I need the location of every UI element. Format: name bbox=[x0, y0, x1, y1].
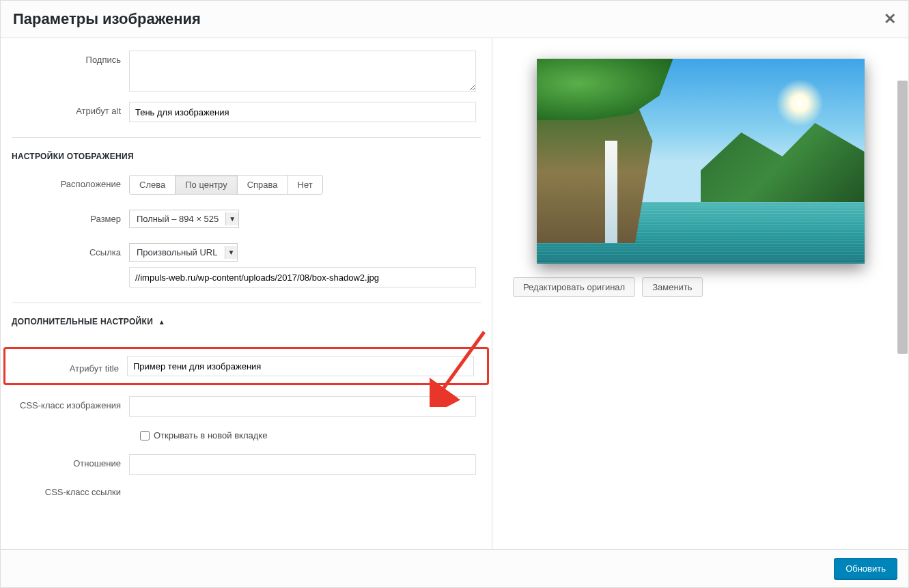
align-button-group: Слева По центру Справа Нет bbox=[129, 175, 323, 195]
display-section-header: НАСТРОЙКИ ОТОБРАЖЕНИЯ bbox=[1, 138, 492, 171]
align-center-button[interactable]: По центру bbox=[176, 176, 237, 194]
align-none-button[interactable]: Нет bbox=[288, 176, 322, 194]
css-class-input[interactable] bbox=[129, 396, 476, 417]
replace-button[interactable]: Заменить bbox=[642, 277, 702, 297]
size-select-value: Полный – 894 × 525 bbox=[130, 210, 225, 227]
close-icon[interactable]: ✕ bbox=[884, 10, 896, 28]
dialog-title: Параметры изображения bbox=[13, 10, 201, 28]
rel-input[interactable] bbox=[129, 454, 476, 475]
triangle-up-icon: ▲ bbox=[158, 318, 165, 326]
link-type-select[interactable]: Произвольный URL ▼ bbox=[129, 243, 238, 262]
rel-label: Отношение bbox=[12, 454, 129, 468]
title-input[interactable] bbox=[127, 356, 474, 376]
alt-label: Атрибут alt bbox=[12, 102, 129, 116]
settings-panel: Подпись Атрибут alt НАСТРОЙКИ ОТОБРАЖЕНИ… bbox=[1, 38, 492, 549]
title-label: Атрибут title bbox=[5, 359, 127, 374]
link-css-label: CSS-класс ссылки bbox=[12, 483, 129, 497]
css-class-label: CSS-класс изображения bbox=[12, 396, 129, 410]
chevron-down-icon: ▼ bbox=[225, 246, 238, 259]
size-label: Размер bbox=[12, 210, 129, 224]
new-tab-label: Открывать в новой вкладке bbox=[154, 430, 267, 440]
dialog-footer: Обновить bbox=[1, 549, 908, 587]
align-label: Расположение bbox=[12, 175, 129, 189]
image-details-dialog: Параметры изображения ✕ Подпись Атрибут … bbox=[0, 0, 909, 588]
preview-actions: Редактировать оригинал Заменить bbox=[513, 277, 888, 297]
link-type-value: Произвольный URL bbox=[130, 244, 225, 261]
image-preview bbox=[537, 59, 865, 264]
caption-label: Подпись bbox=[12, 51, 129, 65]
align-left-button[interactable]: Слева bbox=[130, 176, 176, 194]
caption-input[interactable] bbox=[129, 51, 476, 92]
link-label: Ссылка bbox=[12, 243, 129, 257]
new-tab-checkbox[interactable] bbox=[140, 431, 150, 440]
title-attribute-highlight: Атрибут title bbox=[3, 347, 489, 385]
dialog-header: Параметры изображения ✕ bbox=[1, 1, 908, 38]
preview-panel: Редактировать оригинал Заменить bbox=[492, 38, 908, 549]
edit-original-button[interactable]: Редактировать оригинал bbox=[513, 277, 635, 297]
update-button[interactable]: Обновить bbox=[834, 558, 897, 579]
dialog-body: Подпись Атрибут alt НАСТРОЙКИ ОТОБРАЖЕНИ… bbox=[1, 38, 908, 549]
size-select[interactable]: Полный – 894 × 525 ▼ bbox=[129, 210, 239, 228]
chevron-down-icon: ▼ bbox=[225, 212, 238, 225]
link-url-input[interactable] bbox=[129, 267, 476, 288]
advanced-section-header[interactable]: ДОПОЛНИТЕЛЬНЫЕ НАСТРОЙКИ ▲ bbox=[1, 303, 492, 336]
scrollbar-thumb[interactable] bbox=[897, 81, 908, 354]
align-right-button[interactable]: Справа bbox=[238, 176, 288, 194]
alt-input[interactable] bbox=[129, 102, 476, 122]
